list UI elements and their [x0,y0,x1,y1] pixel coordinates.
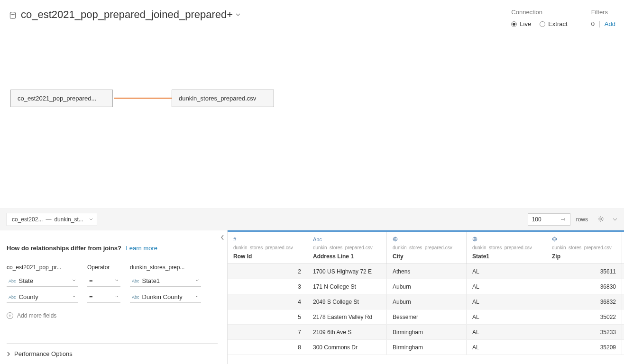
collapse-panel-button[interactable] [220,234,224,242]
relationship-canvas[interactable]: co_est2021_pop_prepared... dunkin_stores… [0,30,624,209]
filters-add-link[interactable]: Add [605,20,615,27]
cell-city[interactable]: Bessemer [387,309,467,324]
cell-rowid[interactable]: 2 [228,264,307,279]
extract-label: Extract [548,20,567,27]
rel-left-value: State [19,277,33,284]
cell-zip[interactable]: 36830 [546,279,622,294]
options-caret[interactable] [613,218,617,221]
cell-rowid[interactable]: 3 [228,279,307,294]
cell-city[interactable]: Birmingham [387,325,467,339]
rel-right-field-1[interactable]: Abc Dunkin County [130,291,201,303]
relationship-help-text: How do relationships differ from joins? [7,245,121,252]
canvas-table-left[interactable]: co_est2021_pop_prepared... [10,90,113,107]
performance-options[interactable]: Performance Options [7,343,218,357]
rel-right-field-0[interactable]: Abc State1 [130,275,201,287]
cell-addr[interactable]: 2109 6th Ave S [307,325,387,339]
relationship-line[interactable] [114,98,172,99]
filters-label: Filters [591,9,615,16]
live-label: Live [520,20,531,27]
rel-left-field-0[interactable]: Abc State [7,275,78,287]
cell-addr[interactable]: 1700 US Highway 72 E [307,264,387,279]
column-header-rowid[interactable]: # dunkin_stores_prepared.csv Row Id [228,232,307,264]
table-row[interactable]: 21700 US Highway 72 EAthensAL35611 [228,264,624,279]
column-source: dunkin_stores_prepared.csv [393,245,460,250]
gear-icon[interactable] [597,216,604,224]
cell-state[interactable]: AL [467,264,546,279]
table-row[interactable]: 52178 Eastern Valley RdBessemerAL35022 [228,309,624,325]
rel-left-header: co_est2021_pop_pr... [7,264,78,271]
column-header-addr[interactable]: Abc dunkin_stores_prepared.csv Address L… [307,232,387,264]
cell-city[interactable]: Auburn [387,294,467,309]
add-more-fields-button[interactable]: + Add more fields [7,312,218,319]
connection-extract-radio[interactable]: Extract [540,20,567,27]
type-icon: Abc [313,237,381,243]
cell-rowid[interactable]: 8 [228,340,307,355]
canvas-table-right[interactable]: dunkin_stores_prepared.csv [172,90,274,107]
rel-op-header: Operator [87,264,120,271]
cell-city[interactable]: Athens [387,264,467,279]
rel-op-field-1[interactable]: = [87,291,120,303]
add-more-label: Add more fields [17,312,56,319]
perf-options-label: Performance Options [14,350,73,357]
rel-right-header: dunkin_stores_prep... [130,264,201,271]
rel-op-field-0[interactable]: = [87,275,120,287]
column-name: Row Id [233,253,252,260]
crumb-sep: — [46,216,51,223]
arrow-right-icon[interactable] [560,216,566,223]
learn-more-link[interactable]: Learn more [126,245,157,252]
column-source: dunkin_stores_prepared.csv [233,245,301,250]
table-row[interactable]: 42049 S College StAuburnAL36832 [228,294,624,309]
abc-icon: Abc [132,295,139,300]
cell-zip[interactable]: 35233 [546,325,622,339]
cell-addr[interactable]: 300 Commons Dr [307,340,387,355]
cell-city[interactable]: Birmingham [387,340,467,355]
rel-left-field-1[interactable]: Abc County [7,291,78,303]
column-header-city[interactable]: dunkin_stores_prepared.csv City [387,232,467,264]
radio-selected-icon [511,21,517,27]
cell-state[interactable]: AL [467,325,546,339]
cell-state[interactable]: AL [467,309,546,324]
filters-count: 0 [591,20,595,27]
cell-city[interactable]: Auburn [387,279,467,294]
cell-zip[interactable]: 35611 [546,264,622,279]
chevron-down-icon [195,295,199,298]
relationship-breadcrumb[interactable]: co_est202... — dunkin_st... [7,213,97,226]
connection-live-radio[interactable]: Live [511,20,531,27]
cell-addr[interactable]: 171 N College St [307,279,387,294]
type-icon [552,237,616,243]
data-grid[interactable]: # dunkin_stores_prepared.csv Row Id Abc … [228,230,624,364]
cell-state[interactable]: AL [467,279,546,294]
column-header-state[interactable]: dunkin_stores_prepared.csv State1 [467,232,546,264]
svg-point-1 [600,218,602,219]
table-row[interactable]: 8300 Commons DrBirminghamAL35209 [228,340,624,355]
cell-zip[interactable]: 35022 [546,309,622,324]
table-row[interactable]: 3171 N College StAuburnAL36830 [228,279,624,294]
chevron-down-icon [72,279,76,282]
column-source: dunkin_stores_prepared.csv [313,245,381,250]
type-icon: # [233,237,301,243]
cell-zip[interactable]: 36832 [546,294,622,309]
chevron-down-icon [115,295,119,298]
cell-zip[interactable]: 35209 [546,340,622,355]
cell-rowid[interactable]: 5 [228,309,307,324]
column-header-zip[interactable]: dunkin_stores_prepared.csv Zip [546,232,622,264]
chevron-down-icon [115,279,119,282]
datasource-title[interactable]: co_est2021_pop_prepared_joined_prepared+ [21,9,233,21]
radio-unselected-icon [540,21,545,27]
rel-op-value: = [89,277,93,284]
abc-icon: Abc [9,279,16,283]
datasource-menu-caret[interactable] [236,13,240,16]
cell-rowid[interactable]: 7 [228,325,307,339]
cell-rowid[interactable]: 4 [228,294,307,309]
cell-addr[interactable]: 2049 S College St [307,294,387,309]
rel-right-value: State1 [142,277,160,284]
table-row[interactable]: 72109 6th Ave SBirminghamAL35233 [228,325,624,340]
cell-state[interactable]: AL [467,294,546,309]
divider-icon [599,21,600,27]
row-count-value: 100 [532,216,541,223]
column-name: Zip [552,253,560,260]
cell-addr[interactable]: 2178 Eastern Valley Rd [307,309,387,324]
row-count-input[interactable]: 100 [528,213,570,226]
cell-state[interactable]: AL [467,340,546,355]
database-icon [9,11,17,20]
